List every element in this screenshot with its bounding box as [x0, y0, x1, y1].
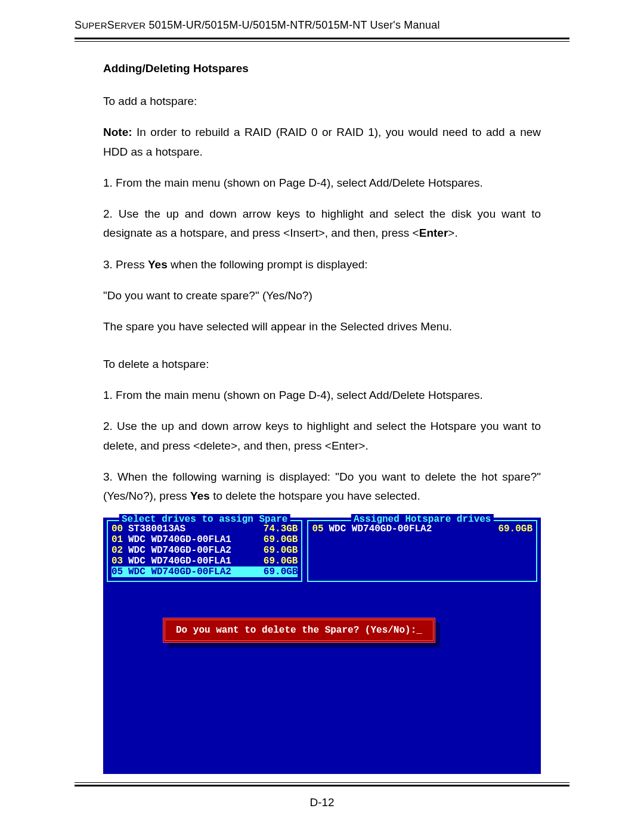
step3-a: 3. Press [103, 258, 148, 271]
header-brand-r2: ERVER [114, 20, 145, 30]
header-rule [75, 38, 569, 42]
page-header: SUPERSERVER 5015M-UR/5015M-U/5015M-NTR/5… [75, 19, 569, 38]
step2-c: >. [448, 227, 457, 239]
confirm-dialog[interactable]: Do you want to delete the Spare? (Yes/No… [163, 618, 435, 643]
header-models: 5015M-UR/5015M-U/5015M-NTR/5015M-NT User… [145, 19, 439, 31]
para-prompt: "Do you want to create spare?" (Yes/No?) [103, 286, 541, 305]
drive-index: 05 [112, 566, 128, 577]
para-note: Note: In order to rebuild a RAID (RAID 0… [103, 123, 541, 162]
page-number: D-12 [75, 796, 569, 809]
para-del-step-1: 1. From the main menu (shown on Page D-4… [103, 386, 541, 405]
bios-screenshot: Select drives to assign Spare 00 ST38001… [103, 518, 541, 774]
drive-size: 69.0GB [256, 545, 298, 556]
para-delete-intro: To delete a hotspare: [103, 355, 541, 374]
drive-index: 05 [312, 524, 329, 534]
footer-rule [75, 782, 569, 786]
drive-model: WDC WD740GD-00FLA1 [128, 534, 256, 545]
drive-index: 02 [112, 545, 128, 556]
select-drives-panel: Select drives to assign Spare 00 ST38001… [107, 520, 302, 582]
del3-c: to delete the hotspare you have selected… [210, 490, 420, 502]
drive-index: 01 [112, 534, 128, 545]
header-brand-r1: UPER [82, 20, 107, 30]
del3-yes: Yes [190, 490, 210, 502]
drive-size: 69.0GB [256, 534, 298, 545]
step3-c: when the following prompt is displayed: [168, 258, 368, 271]
drive-size: 69.0GB [256, 566, 298, 577]
drive-row[interactable]: 02 WDC WD740GD-00FLA2 69.0GB [112, 545, 298, 556]
para-step-1: 1. From the main menu (shown on Page D-4… [103, 174, 541, 193]
drive-model: WDC WD740GD-00FLA2 [128, 545, 256, 556]
para-step-3: 3. Press Yes when the following prompt i… [103, 255, 541, 274]
para-add-intro: To add a hotspare: [103, 92, 541, 111]
drive-row[interactable]: 01 WDC WD740GD-00FLA1 69.0GB [112, 534, 298, 545]
step3-yes: Yes [148, 258, 168, 271]
drive-row[interactable]: 05 WDC WD740GD-00FLA2 69.0GB [312, 524, 532, 534]
drive-size: 74.3GB [256, 524, 298, 534]
drive-size: 69.0GB [491, 524, 532, 534]
para-step-2: 2. Use the up and down arrow keys to hig… [103, 205, 541, 243]
note-label: Note: [103, 126, 132, 138]
drive-index: 03 [112, 556, 128, 566]
assigned-drives-panel: Assigned Hotspare drives 05 WDC WD740GD-… [307, 520, 537, 582]
para-del-step-2: 2. Use the up and down arrow keys to hig… [103, 417, 541, 456]
para-del-step-3: 3. When the following warning is display… [103, 467, 541, 506]
dialog-text: Do you want to delete the Spare? (Yes/No… [176, 625, 422, 636]
step2-a: 2. Use the up and down arrow keys to hig… [103, 208, 541, 239]
drive-model: WDC WD740GD-00FLA2 [128, 566, 256, 577]
drive-size: 69.0GB [256, 556, 298, 566]
assigned-drives-title: Assigned Hotspare drives [351, 514, 493, 525]
note-text: In order to rebuild a RAID (RAID 0 or RA… [103, 126, 541, 157]
drive-row[interactable]: 00 ST380013AS 74.3GB [112, 524, 298, 534]
drive-row[interactable]: 03 WDC WD740GD-00FLA1 69.0GB [112, 556, 298, 566]
para-result: The spare you have selected will appear … [103, 317, 541, 336]
header-brand-s1: S [75, 19, 82, 31]
drive-model: WDC WD740GD-00FLA2 [329, 524, 491, 534]
select-drives-title: Select drives to assign Spare [119, 514, 290, 525]
step2-enter: Enter [419, 227, 448, 239]
header-brand-s2: S [107, 19, 114, 31]
drive-row-selected[interactable]: 05 WDC WD740GD-00FLA2 69.0GB [112, 566, 298, 577]
drive-model: WDC WD740GD-00FLA1 [128, 556, 256, 566]
content-area: Adding/Deleting Hotspares To add a hotsp… [75, 62, 569, 782]
drive-model: ST380013AS [128, 524, 256, 534]
section-title: Adding/Deleting Hotspares [103, 62, 541, 75]
drive-index: 00 [112, 524, 128, 534]
